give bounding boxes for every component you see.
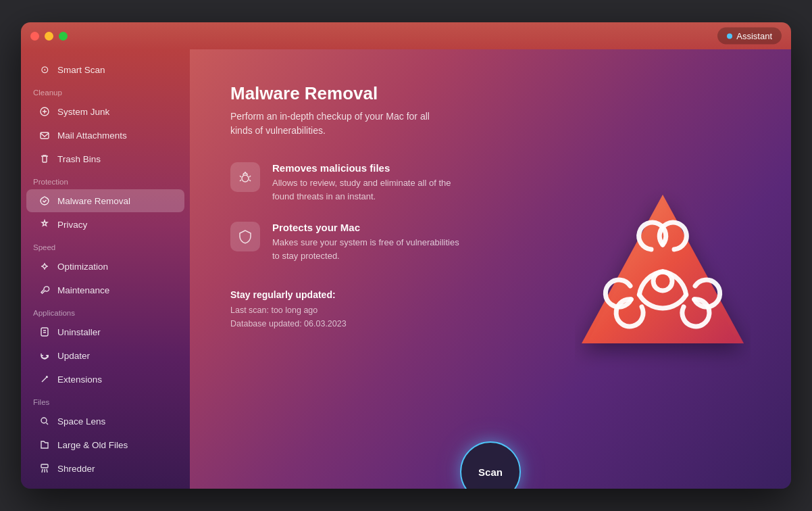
sidebar-item-system-junk[interactable]: System Junk [26, 100, 184, 123]
assistant-dot-icon [727, 33, 732, 39]
close-button[interactable] [30, 32, 39, 41]
svg-line-12 [249, 176, 251, 177]
content-area: ⊙ Smart Scan Cleanup System Junk [21, 49, 791, 489]
malware-removal-icon [39, 195, 51, 207]
shredder-icon [39, 462, 51, 474]
section-label-protection: Protection [21, 171, 190, 189]
minimize-button[interactable] [45, 32, 53, 41]
space-lens-label: Space Lens [57, 416, 105, 427]
maximize-button[interactable] [59, 32, 68, 41]
app-window: Assistant ⊙ Smart Scan Cleanup System Ju… [21, 22, 791, 489]
maintenance-icon [39, 284, 51, 296]
trash-bins-icon [39, 153, 51, 165]
extensions-label: Extensions [57, 374, 102, 385]
section-label-speed: Speed [21, 237, 190, 254]
biohazard-illustration [575, 181, 751, 357]
feature-protects-mac-text: Protects your Mac Makes sure your system… [272, 222, 461, 262]
scan-button[interactable]: Scan [460, 441, 521, 489]
svg-rect-1 [41, 132, 49, 139]
space-lens-icon [39, 415, 51, 427]
maintenance-label: Maintenance [57, 285, 109, 295]
updater-icon [39, 349, 51, 362]
feature-title-protect: Protects your Mac [272, 222, 461, 233]
privacy-label: Privacy [57, 220, 87, 230]
page-title: Malware Removal [230, 83, 751, 104]
privacy-icon [39, 218, 51, 230]
sidebar-item-extensions[interactable]: Extensions [26, 368, 184, 391]
sidebar-item-space-lens[interactable]: Space Lens [26, 410, 184, 433]
scan-button-wrap: Scan [460, 428, 521, 489]
svg-line-13 [240, 180, 241, 181]
large-old-files-label: Large & Old Files [57, 440, 128, 450]
svg-line-11 [240, 176, 241, 177]
svg-point-8 [41, 418, 47, 423]
extensions-icon [39, 373, 51, 385]
large-old-files-icon [39, 439, 51, 451]
sidebar-item-maintenance[interactable]: Maintenance [26, 278, 184, 301]
sidebar: ⊙ Smart Scan Cleanup System Junk [21, 49, 190, 489]
bug-icon [237, 169, 253, 185]
malware-removal-label: Malware Removal [57, 196, 130, 206]
scan-button-label: Scan [478, 466, 503, 478]
updater-label: Updater [57, 351, 90, 361]
uninstaller-icon [39, 326, 51, 338]
sidebar-item-malware-removal[interactable]: Malware Removal [26, 189, 184, 212]
trash-bins-label: Trash Bins [57, 154, 101, 164]
page-subtitle: Perform an in-depth checkup of your Mac … [230, 110, 447, 138]
optimization-icon [39, 260, 51, 272]
shredder-label: Shredder [57, 464, 95, 474]
sidebar-item-smart-scan[interactable]: ⊙ Smart Scan [26, 58, 184, 81]
svg-point-6 [43, 265, 47, 268]
feature-desc-protect: Makes sure your system is free of vulner… [272, 236, 461, 262]
mail-attachments-icon [39, 129, 51, 141]
sidebar-item-mail-attachments[interactable]: Mail Attachments [26, 124, 184, 147]
section-label-files: Files [21, 391, 190, 409]
sidebar-item-privacy[interactable]: Privacy [26, 213, 184, 236]
section-label-cleanup: Cleanup [21, 82, 190, 99]
feature-malicious-files-text: Removes malicious files Allows to review… [272, 162, 461, 203]
sidebar-item-optimization[interactable]: Optimization [26, 255, 184, 278]
section-label-applications: Applications [21, 302, 190, 320]
sidebar-item-updater[interactable]: Updater [26, 344, 184, 367]
sidebar-smart-scan-label: Smart Scan [57, 65, 105, 75]
feature-title-malicious: Removes malicious files [272, 162, 461, 174]
malicious-files-icon-wrap [230, 162, 260, 192]
uninstaller-label: Uninstaller [57, 327, 101, 337]
protects-mac-icon-wrap [230, 222, 260, 251]
system-junk-icon [39, 105, 51, 118]
svg-line-14 [249, 180, 251, 181]
system-junk-label: System Junk [57, 107, 109, 117]
smart-scan-icon: ⊙ [39, 64, 51, 76]
svg-rect-9 [41, 464, 48, 468]
traffic-lights [30, 32, 68, 41]
mail-attachments-label: Mail Attachments [57, 130, 127, 141]
feature-desc-malicious: Allows to review, study and eliminate al… [272, 176, 461, 203]
shield-icon [237, 228, 253, 245]
optimization-label: Optimization [57, 262, 108, 272]
sidebar-item-uninstaller[interactable]: Uninstaller [26, 320, 184, 343]
sidebar-item-trash-bins[interactable]: Trash Bins [26, 147, 184, 170]
sidebar-item-shredder[interactable]: Shredder [26, 457, 184, 480]
sidebar-item-large-old-files[interactable]: Large & Old Files [26, 433, 184, 456]
svg-point-10 [242, 175, 249, 182]
titlebar: Assistant [21, 22, 791, 49]
assistant-button[interactable]: Assistant [717, 28, 782, 45]
assistant-label: Assistant [736, 31, 772, 41]
svg-rect-7 [41, 328, 48, 336]
main-panel: Malware Removal Perform an in-depth chec… [190, 49, 791, 489]
